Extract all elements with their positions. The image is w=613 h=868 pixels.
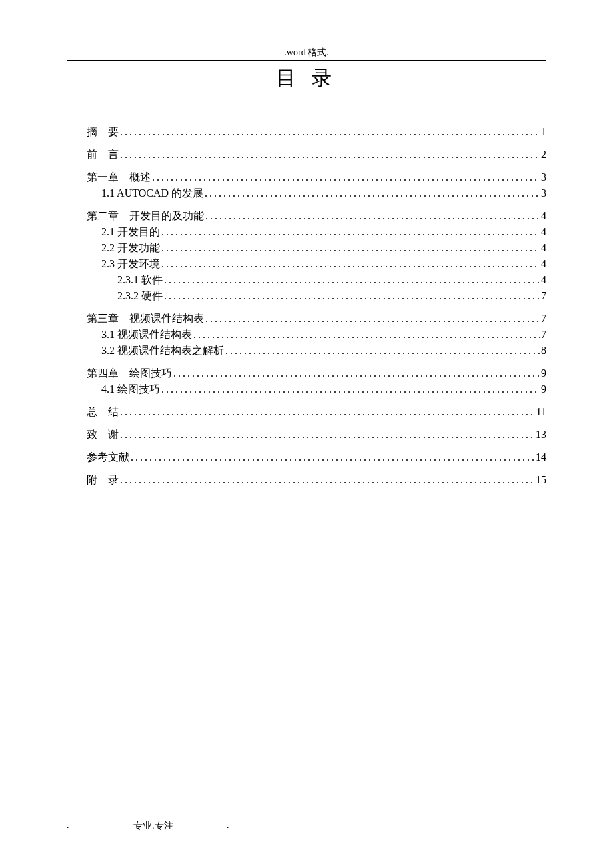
toc-page-number: 4 xyxy=(541,240,546,256)
toc-page-number: 7 xyxy=(541,288,546,304)
toc-leader-dots xyxy=(161,240,540,256)
toc-page-number: 1 xyxy=(541,124,546,140)
toc-label: 2.3.2 硬件 xyxy=(117,288,163,304)
toc-page-number: 4 xyxy=(541,208,546,224)
footer-dot-right: . xyxy=(227,820,229,831)
toc-entry: 第三章 视频课件结构表7 xyxy=(87,311,546,327)
toc-label: 前 言 xyxy=(87,147,119,163)
toc-label: 附 录 xyxy=(87,472,119,488)
toc-page-number: 4 xyxy=(541,256,546,272)
toc-label: 2.3.1 软件 xyxy=(117,272,163,288)
toc-entry: 3.1 视频课件结构表 7 xyxy=(87,327,546,343)
toc-label: 2.1 开发目的 xyxy=(101,224,160,240)
toc-page-number: 3 xyxy=(541,169,546,185)
toc-entry: 第一章 概述3 xyxy=(87,169,546,185)
footer-dot-left: . xyxy=(67,820,69,831)
toc-label: 1.1 AUTOCAD 的发展 xyxy=(101,185,203,201)
toc-leader-dots xyxy=(161,381,540,397)
toc-leader-dots xyxy=(120,404,535,420)
toc-page-number: 2 xyxy=(541,147,546,163)
toc-leader-dots xyxy=(173,365,540,381)
toc-leader-dots xyxy=(225,343,540,359)
toc-leader-dots xyxy=(131,449,534,465)
toc-page-number: 3 xyxy=(541,185,546,201)
toc-label: 摘 要 xyxy=(87,124,119,140)
toc-entry: 2.3.2 硬件 7 xyxy=(87,288,546,304)
toc-entry: 前 言2 xyxy=(87,147,546,163)
toc-label: 参考文献 xyxy=(87,449,129,465)
toc-page-number: 7 xyxy=(541,311,546,327)
footer-center-text: 专业.专注 xyxy=(133,820,173,832)
toc-label: 致 谢 xyxy=(87,427,119,443)
toc-label: 3.1 视频课件结构表 xyxy=(101,327,192,343)
toc-page-number: 9 xyxy=(541,381,546,397)
toc-leader-dots xyxy=(120,427,534,443)
toc-page-number: 14 xyxy=(536,449,546,465)
toc-entry: 2.3.1 软件 4 xyxy=(87,272,546,288)
toc-entry: 致 谢13 xyxy=(87,427,546,443)
toc-entry: 第二章 开发目的及功能4 xyxy=(87,208,546,224)
toc-label: 第一章 概述 xyxy=(87,169,151,185)
header-text: .word 格式. xyxy=(67,47,546,60)
table-of-contents: 摘 要1前 言2第一章 概述31.1 AUTOCAD 的发展 3第二章 开发目的… xyxy=(87,124,546,488)
toc-entry: 总 结11 xyxy=(87,404,546,420)
toc-entry: 第四章 绘图技巧9 xyxy=(87,365,546,381)
toc-leader-dots xyxy=(120,124,540,140)
toc-leader-dots xyxy=(205,185,540,201)
toc-entry: 2.3 开发环境 4 xyxy=(87,256,546,272)
toc-label: 第四章 绘图技巧 xyxy=(87,365,172,381)
toc-page-number: 8 xyxy=(541,343,546,359)
toc-leader-dots xyxy=(161,224,540,240)
toc-leader-dots xyxy=(205,311,540,327)
toc-leader-dots xyxy=(193,327,540,343)
toc-label: 3.2 视频课件结构表之解析 xyxy=(101,343,224,359)
toc-page-number: 11 xyxy=(536,404,546,420)
toc-page-number: 4 xyxy=(541,224,546,240)
toc-page-number: 15 xyxy=(536,472,546,488)
toc-page-number: 7 xyxy=(541,327,546,343)
toc-leader-dots xyxy=(164,272,540,288)
toc-label: 4.1 绘图技巧 xyxy=(101,381,160,397)
document-page: .word 格式. 目 录 摘 要1前 言2第一章 概述31.1 AUTOCAD… xyxy=(0,0,613,521)
toc-leader-dots xyxy=(164,288,540,304)
toc-page-number: 4 xyxy=(541,272,546,288)
toc-entry: 参考文献14 xyxy=(87,449,546,465)
toc-entry: 2.1 开发目的 4 xyxy=(87,224,546,240)
toc-entry: 3.2 视频课件结构表之解析 8 xyxy=(87,343,546,359)
toc-label: 2.2 开发功能 xyxy=(101,240,160,256)
toc-label: 第二章 开发目的及功能 xyxy=(87,208,204,224)
toc-entry: 1.1 AUTOCAD 的发展 3 xyxy=(87,185,546,201)
toc-label: 2.3 开发环境 xyxy=(101,256,160,272)
toc-entry: 附 录15 xyxy=(87,472,546,488)
toc-leader-dots xyxy=(152,169,540,185)
toc-label: 总 结 xyxy=(87,404,119,420)
toc-leader-dots xyxy=(205,208,540,224)
header-rule: .word 格式. xyxy=(67,47,546,61)
toc-entry: 摘 要1 xyxy=(87,124,546,140)
toc-leader-dots xyxy=(120,147,540,163)
toc-entry: 2.2 开发功能 4 xyxy=(87,240,546,256)
toc-entry: 4.1 绘图技巧 9 xyxy=(87,381,546,397)
toc-leader-dots xyxy=(161,256,540,272)
page-title: 目 录 xyxy=(67,65,546,92)
toc-leader-dots xyxy=(120,472,534,488)
toc-page-number: 13 xyxy=(536,427,546,443)
toc-page-number: 9 xyxy=(541,365,546,381)
toc-label: 第三章 视频课件结构表 xyxy=(87,311,204,327)
